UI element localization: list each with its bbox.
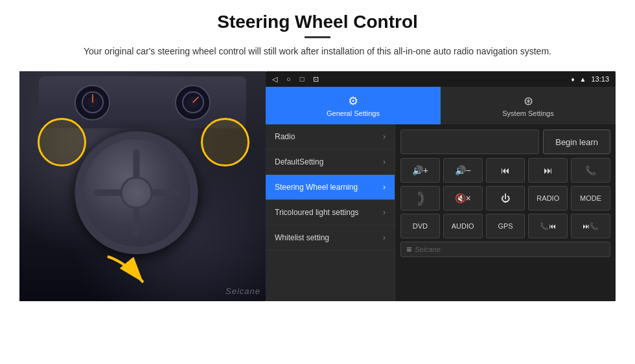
gps-status-icon: ♦: [571, 76, 574, 83]
title-section: Steering Wheel Control Your original car…: [84, 12, 551, 66]
left-menu: Radio › DefaultSetting › Steering Wheel …: [266, 124, 395, 301]
menu-item-steering-label: Steering Wheel learning: [275, 183, 383, 192]
begin-learn-button[interactable]: Begin learn: [543, 130, 610, 154]
back-icon: ◁: [272, 75, 277, 84]
prev-track-icon: ⏮: [501, 165, 510, 176]
page-wrapper: Steering Wheel Control Your original car…: [0, 0, 635, 364]
control-grid-row2: 📞 🔇× ⏻ RADIO MODE: [400, 186, 610, 210]
android-screen: ◁ ○ □ ⊡ ♦ ▲ 13:13 ⚙ General Settings: [266, 71, 616, 301]
dvd-label: DVD: [413, 222, 428, 230]
begin-learn-row: Begin learn: [400, 130, 610, 154]
annotation-arrow: [101, 250, 153, 291]
tab-system-label: System Settings: [502, 109, 553, 117]
phone-prev-button[interactable]: 📞⏮: [528, 214, 568, 238]
phone-prev-icon: 📞⏮: [540, 222, 556, 231]
watermark: Seicane: [225, 286, 260, 296]
status-bar-nav-icons: ◁ ○ □ ⊡: [272, 75, 319, 84]
radio-button[interactable]: RADIO: [528, 186, 568, 210]
annotation-circle-left: [38, 118, 86, 166]
vol-down-button[interactable]: 🔊−: [443, 158, 483, 183]
right-panel: Begin learn 🔊+ 🔊− ⏮: [395, 124, 616, 301]
next-track-icon: ⏭: [544, 165, 553, 176]
mute-icon: 🔇×: [455, 193, 471, 203]
mute-button[interactable]: 🔇×: [443, 186, 483, 210]
menu-item-tricoloured[interactable]: Tricoloured light settings ›: [266, 200, 395, 225]
menu-item-default-label: DefaultSetting: [275, 157, 383, 166]
car-image-area: Seicane: [19, 71, 266, 301]
steering-wheel: [75, 131, 198, 254]
vol-up-button[interactable]: 🔊+: [400, 158, 440, 183]
radio-label: RADIO: [537, 194, 559, 202]
vol-up-icon: 🔊+: [412, 165, 428, 176]
tachometer: [175, 85, 211, 120]
annotation-circle-right: [201, 118, 249, 166]
chevron-icon: ›: [383, 157, 386, 166]
menu-item-radio[interactable]: Radio ›: [266, 124, 395, 150]
dvd-button[interactable]: DVD: [400, 214, 440, 238]
chevron-icon: ›: [383, 132, 386, 141]
status-bar: ◁ ○ □ ⊡ ♦ ▲ 13:13: [266, 71, 616, 87]
menu-item-default[interactable]: DefaultSetting ›: [266, 150, 395, 175]
tab-general-label: General Settings: [327, 109, 380, 117]
vol-down-icon: 🔊−: [455, 165, 471, 176]
audio-label: AUDIO: [452, 222, 474, 230]
chevron-icon: ›: [383, 208, 386, 217]
mode-button[interactable]: MODE: [571, 186, 610, 210]
menu-item-tricoloured-label: Tricoloured light settings: [275, 208, 383, 217]
menu-item-steering[interactable]: Steering Wheel learning ›: [266, 175, 395, 200]
control-grid-row1: 🔊+ 🔊− ⏮ ⏭ 📞: [400, 158, 610, 183]
tab-general-settings[interactable]: ⚙ General Settings: [266, 87, 441, 124]
top-tabs: ⚙ General Settings ⊛ System Settings: [266, 87, 616, 124]
bottom-hint-bar: ≡ Seicane: [400, 242, 610, 257]
learn-input-field[interactable]: [400, 130, 539, 154]
menu-item-whitelist[interactable]: Whitelist setting ›: [266, 225, 395, 251]
speedometer: [75, 85, 110, 120]
bottom-icon: ≡: [406, 244, 411, 255]
page-subtitle: Your original car's steering wheel contr…: [84, 45, 551, 58]
clock: 13:13: [591, 75, 609, 83]
general-settings-icon: ⚙: [348, 94, 358, 108]
status-bar-right: ♦ ▲ 13:13: [571, 75, 609, 83]
next-track-button[interactable]: ⏭: [528, 158, 568, 183]
skip-phone-button[interactable]: ⏭📞: [571, 214, 610, 238]
phone-answer-button[interactable]: 📞: [571, 158, 610, 183]
menu-item-radio-label: Radio: [275, 132, 383, 141]
control-grid-row3: DVD AUDIO GPS 📞⏮ ⏭📞: [400, 214, 610, 238]
mode-label: MODE: [580, 194, 601, 202]
power-button[interactable]: ⏻: [486, 186, 525, 210]
title-divider: [305, 36, 330, 38]
prev-track-button[interactable]: ⏮: [486, 158, 525, 183]
page-title: Steering Wheel Control: [84, 12, 551, 32]
tab-system-settings[interactable]: ⊛ System Settings: [441, 87, 616, 124]
screen-body: Radio › DefaultSetting › Steering Wheel …: [266, 124, 616, 301]
skip-phone-icon: ⏭📞: [583, 222, 599, 231]
wifi-icon: ▲: [580, 76, 586, 83]
menu-item-whitelist-label: Whitelist setting: [275, 233, 383, 242]
phone-icon: 📞: [585, 165, 596, 176]
gps-button[interactable]: GPS: [486, 214, 525, 238]
content-area: Seicane ◁ ○ □ ⊡ ♦ ▲ 13:13: [19, 71, 616, 301]
chevron-icon: ›: [383, 183, 386, 192]
bottom-watermark: Seicane: [415, 245, 441, 253]
hang-up-icon: 📞: [411, 189, 430, 207]
recents-icon: □: [300, 75, 305, 83]
system-settings-icon: ⊛: [524, 94, 533, 108]
power-icon: ⏻: [501, 193, 510, 203]
home-icon: ○: [286, 75, 291, 83]
audio-button[interactable]: AUDIO: [443, 214, 483, 238]
screenshot-icon: ⊡: [313, 75, 319, 84]
gps-label: GPS: [498, 222, 513, 230]
hang-up-button[interactable]: 📞: [400, 186, 440, 210]
chevron-icon: ›: [383, 233, 386, 242]
